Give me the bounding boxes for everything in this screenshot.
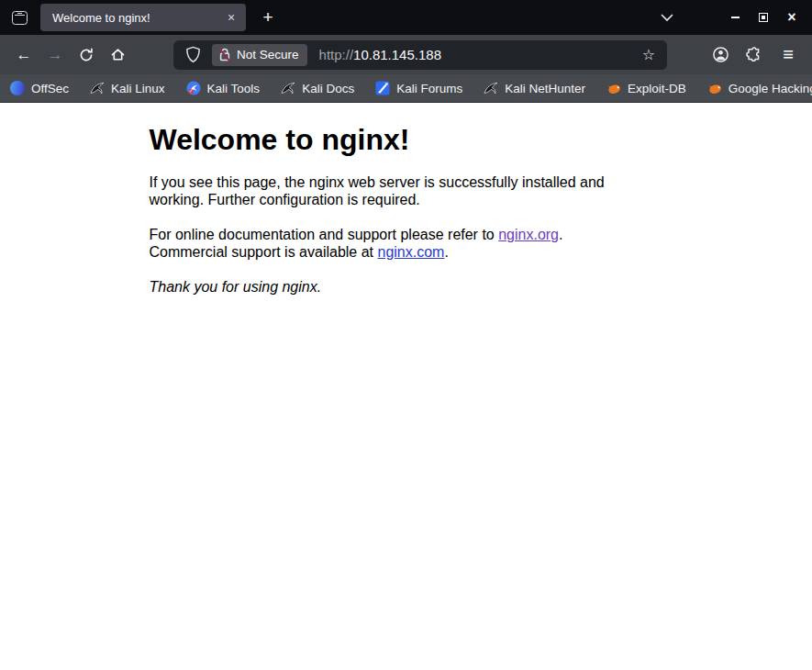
insecure-lock-icon bbox=[218, 48, 231, 62]
chevron-down-icon bbox=[661, 14, 673, 22]
kali-dragon-icon bbox=[281, 81, 295, 95]
menu-button[interactable]: ≡ bbox=[773, 40, 804, 70]
titlebar-right: × bbox=[655, 6, 812, 29]
kali-tools-icon bbox=[186, 81, 201, 95]
maximize-icon bbox=[759, 13, 768, 22]
shield-icon bbox=[185, 46, 201, 63]
intro-paragraph: If you see this page, the nginx web serv… bbox=[150, 173, 663, 208]
back-button[interactable]: ← bbox=[8, 40, 39, 70]
hamburger-menu-icon: ≡ bbox=[783, 44, 794, 65]
firefox-view-icon bbox=[12, 11, 28, 25]
url-scheme: http:// bbox=[319, 47, 354, 62]
exploit-db-icon bbox=[707, 81, 722, 95]
url-bar[interactable]: Not Secure http://10.81.145.188 ☆ bbox=[173, 40, 667, 70]
navigation-toolbar: ← → Not Secure http://10.81.145.188 ☆ bbox=[0, 35, 812, 74]
tab-title: Welcome to nginx! bbox=[52, 11, 222, 25]
exploit-db-icon bbox=[606, 81, 621, 95]
titlebar: Welcome to nginx! × + × bbox=[0, 0, 812, 35]
bookmark-exploit-db[interactable]: Exploit-DB bbox=[606, 81, 686, 95]
security-label: Not Secure bbox=[237, 48, 299, 61]
toolbar-right: ≡ bbox=[705, 40, 804, 70]
close-icon: × bbox=[787, 10, 795, 25]
forward-button[interactable]: → bbox=[39, 40, 71, 70]
reload-button[interactable] bbox=[71, 40, 102, 70]
thank-you-note: Thank you for using nginx. bbox=[150, 278, 663, 296]
bookmark-page-button[interactable]: ☆ bbox=[636, 42, 662, 68]
bookmark-kali-docs[interactable]: Kali Docs bbox=[281, 81, 354, 95]
browser-window: Welcome to nginx! × + × ← → bbox=[0, 0, 812, 670]
minimize-icon bbox=[731, 17, 740, 18]
bookmark-google-hacking-db[interactable]: Google Hacking DB bbox=[707, 81, 812, 95]
maximize-button[interactable] bbox=[755, 9, 772, 26]
offsec-icon bbox=[10, 81, 25, 95]
bookmark-kali-tools[interactable]: Kali Tools bbox=[186, 81, 261, 95]
forward-icon: → bbox=[48, 46, 63, 64]
support-text-2: Commercial support is available at bbox=[150, 244, 378, 260]
kali-forums-icon bbox=[375, 81, 390, 95]
nginx-com-link[interactable]: nginx.com bbox=[378, 244, 445, 260]
bookmark-offsec[interactable]: OffSec bbox=[10, 81, 69, 95]
support-text-1: For online documentation and support ple… bbox=[150, 227, 499, 242]
firefox-view-button[interactable] bbox=[5, 4, 34, 31]
close-icon: × bbox=[228, 10, 235, 25]
bookmark-kali-forums[interactable]: Kali Forums bbox=[375, 81, 462, 95]
url-host: 10.81.145.188 bbox=[353, 47, 441, 62]
plus-icon: + bbox=[262, 7, 273, 28]
account-button[interactable] bbox=[705, 40, 736, 70]
support-period-2: . bbox=[444, 244, 448, 260]
home-icon bbox=[110, 47, 126, 62]
star-icon: ☆ bbox=[642, 46, 655, 63]
reload-icon bbox=[79, 48, 94, 62]
back-icon: ← bbox=[17, 46, 32, 64]
window-close-button[interactable]: × bbox=[784, 9, 800, 26]
tab-close-button[interactable]: × bbox=[222, 8, 240, 27]
kali-dragon-icon bbox=[90, 81, 105, 95]
url-text: http://10.81.145.188 bbox=[319, 47, 441, 62]
kali-dragon-icon bbox=[484, 81, 498, 95]
site-security-chip[interactable]: Not Secure bbox=[212, 44, 307, 66]
bookmark-kali-linux[interactable]: Kali Linux bbox=[90, 81, 165, 95]
puzzle-piece-icon bbox=[746, 47, 762, 63]
page-title: Welcome to nginx! bbox=[150, 123, 663, 156]
home-button[interactable] bbox=[102, 40, 133, 70]
extensions-button[interactable] bbox=[739, 40, 770, 70]
window-controls: × bbox=[727, 9, 800, 26]
minimize-button[interactable] bbox=[727, 9, 743, 26]
page-content: Welcome to nginx! If you see this page, … bbox=[0, 103, 812, 670]
tracking-protection-button[interactable] bbox=[182, 44, 204, 66]
account-icon bbox=[712, 46, 729, 63]
list-all-tabs-button[interactable] bbox=[655, 6, 679, 29]
bookmarks-toolbar: OffSec Kali Linux Kali Tools Kali Docs K… bbox=[0, 74, 812, 103]
nginx-org-link[interactable]: nginx.org bbox=[498, 227, 559, 242]
bookmark-kali-nethunter[interactable]: Kali NetHunter bbox=[484, 81, 585, 95]
support-paragraph: For online documentation and support ple… bbox=[150, 226, 663, 261]
new-tab-button[interactable]: + bbox=[254, 4, 282, 31]
browser-tab[interactable]: Welcome to nginx! × bbox=[40, 4, 246, 31]
support-period-1: . bbox=[559, 227, 562, 242]
